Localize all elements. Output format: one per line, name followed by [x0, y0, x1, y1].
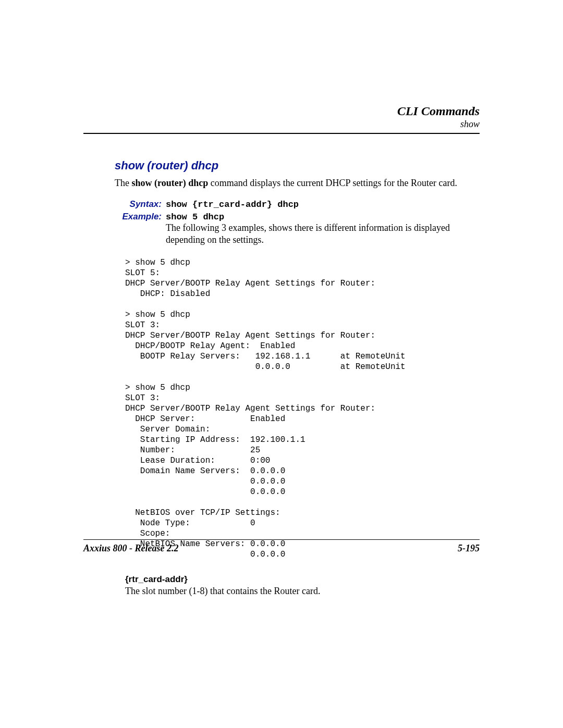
section-name: show	[83, 119, 480, 130]
footer-right: 5-195	[458, 543, 480, 554]
command-heading: show (router) dhcp	[115, 159, 480, 172]
cli-output: > show 5 dhcp SLOT 5: DHCP Server/BOOTP …	[125, 257, 480, 560]
chapter-title: CLI Commands	[83, 104, 480, 118]
header-rule	[83, 133, 480, 134]
example-description: The following 3 examples, shows there is…	[166, 222, 480, 246]
intro-prefix: The	[115, 178, 131, 188]
intro-suffix: command displays the current DHCP settin…	[208, 178, 457, 188]
syntax-label: Syntax:	[115, 199, 162, 209]
example-label: Example:	[115, 212, 162, 222]
footer-rule	[83, 539, 480, 540]
syntax-value: show {rtr_card-addr} dhcp	[162, 200, 299, 209]
command-intro: The show (router) dhcp command displays …	[115, 177, 480, 189]
param-description: The slot number (1-8) that contains the …	[125, 586, 480, 597]
param-name: {rtr_card-addr}	[125, 574, 480, 585]
intro-bold-command: show (router) dhcp	[131, 178, 208, 188]
example-value: show 5 dhcp	[162, 212, 224, 222]
footer-left: Axxius 800 - Release 2.2	[83, 543, 179, 554]
